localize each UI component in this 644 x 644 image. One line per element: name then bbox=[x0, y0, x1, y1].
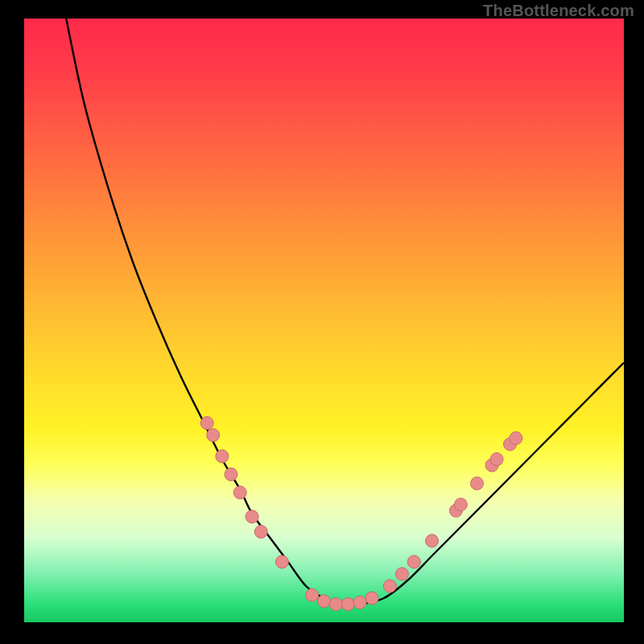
curve-marker bbox=[510, 431, 522, 444]
watermark-text: TheBottleneck.com bbox=[483, 2, 634, 20]
curve-marker bbox=[207, 429, 220, 442]
curve-marker bbox=[365, 592, 378, 605]
curve-marker bbox=[471, 477, 484, 490]
curve-marker bbox=[490, 453, 503, 466]
curve-marker bbox=[341, 598, 354, 611]
curve-marker bbox=[200, 417, 213, 430]
curve-marker bbox=[275, 555, 288, 568]
curve-marker bbox=[306, 588, 319, 601]
plot-area bbox=[24, 19, 624, 622]
curve-marker bbox=[426, 535, 439, 547]
curve-marker bbox=[395, 568, 408, 580]
curve-marker bbox=[233, 486, 246, 499]
curve-marker bbox=[454, 498, 467, 511]
curve-marker bbox=[246, 510, 258, 523]
curve-marker bbox=[353, 596, 366, 609]
bottleneck-curve bbox=[66, 19, 624, 605]
curve-marker bbox=[407, 555, 420, 568]
curve-marker bbox=[225, 468, 237, 481]
curve-marker bbox=[329, 598, 342, 611]
curve-marker bbox=[383, 580, 396, 592]
curve-marker bbox=[318, 595, 331, 608]
chart-frame: TheBottleneck.com bbox=[0, 0, 644, 644]
curve-marker bbox=[216, 450, 229, 463]
curve-marker bbox=[254, 526, 267, 539]
chart-svg bbox=[24, 19, 624, 622]
